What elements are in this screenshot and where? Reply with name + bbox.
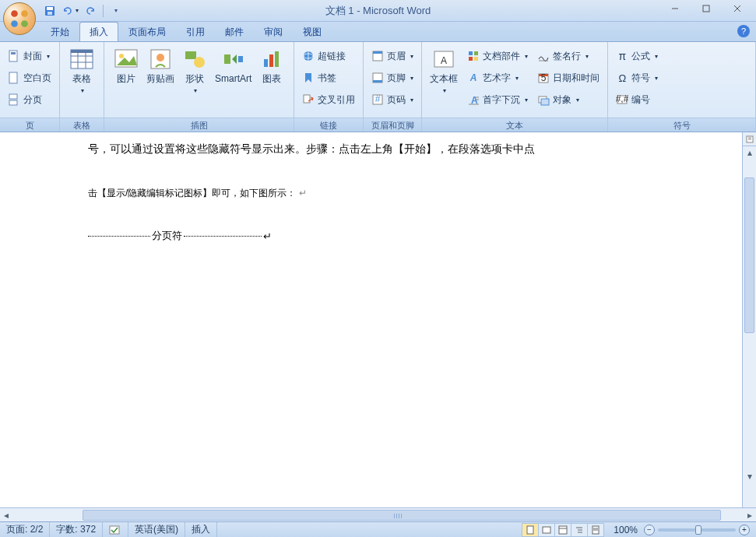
zoom-out[interactable]: − — [644, 525, 655, 535]
svg-rect-26 — [185, 51, 196, 59]
bookmark-button[interactable]: 书签 — [299, 68, 358, 87]
status-words[interactable]: 字数: 372 — [50, 522, 103, 537]
cover-page-button[interactable]: 封面▾ — [5, 47, 55, 65]
status-mode[interactable]: 插入 — [185, 522, 217, 537]
status-page[interactable]: 页面: 2/2 — [0, 522, 50, 537]
object-button[interactable]: 对象▾ — [534, 90, 603, 109]
view-web[interactable] — [554, 523, 571, 537]
cross-reference-button[interactable]: 交叉引用 — [299, 90, 358, 109]
hyperlink-icon — [302, 50, 315, 62]
close-button[interactable] — [722, 0, 753, 17]
svg-rect-14 — [9, 94, 17, 99]
tab-insert[interactable]: 插入 — [79, 22, 118, 41]
tab-review[interactable]: 审阅 — [254, 22, 293, 41]
signature-button[interactable]: 签名行▾ — [534, 47, 603, 65]
scroll-right[interactable]: ▸ — [744, 509, 756, 521]
wordart-button[interactable]: A艺术字▾ — [464, 68, 531, 87]
scroll-up[interactable]: ▴ — [743, 146, 756, 159]
page-break-button[interactable]: 分页 — [5, 90, 55, 109]
save-button[interactable] — [40, 2, 59, 19]
svg-rect-67 — [543, 527, 550, 533]
smartart-button[interactable]: SmartArt — [212, 45, 255, 86]
equation-button[interactable]: π公式▾ — [613, 47, 661, 65]
ribbon: 封面▾ 空白页 分页 页 表格▾ 表格 图片 剪贴画 形状▾ SmartArt … — [0, 42, 756, 132]
bookmark-icon — [302, 72, 315, 84]
shapes-button[interactable]: 形状▾ — [178, 45, 212, 98]
chart-button[interactable]: 图表 — [255, 45, 289, 86]
crossref-icon — [302, 93, 315, 106]
scroll-down[interactable]: ▾ — [743, 470, 756, 483]
horizontal-scrollbar[interactable]: ◂ ▸ — [0, 507, 756, 521]
header-button[interactable]: 页眉▾ — [368, 47, 417, 65]
view-fullscreen[interactable] — [538, 523, 555, 537]
view-outline[interactable] — [571, 523, 588, 537]
redo-button[interactable] — [81, 2, 100, 19]
svg-rect-45 — [469, 51, 473, 55]
zoom-handle[interactable] — [695, 525, 701, 535]
qat-customize[interactable]: ▾ — [107, 2, 125, 19]
picture-button[interactable]: 图片 — [109, 45, 143, 86]
datetime-icon: 5 — [537, 72, 550, 84]
scroll-left[interactable]: ◂ — [0, 509, 12, 521]
help-button[interactable]: ? — [737, 25, 750, 37]
header-icon — [371, 50, 384, 62]
page-number-button[interactable]: #页码▾ — [368, 90, 417, 109]
svg-rect-66 — [527, 526, 533, 534]
dropcap-button[interactable]: A首字下沉▾ — [464, 90, 531, 109]
tab-references[interactable]: 引用 — [176, 22, 215, 41]
cover-icon — [8, 50, 20, 62]
svg-rect-31 — [269, 54, 273, 67]
datetime-button[interactable]: 5日期和时间 — [534, 68, 603, 87]
undo-button[interactable]: ▾ — [61, 2, 79, 19]
group-illustrations: 图片 剪贴画 形状▾ SmartArt 图表 插图 — [104, 42, 294, 132]
textbox-button[interactable]: A文本框▾ — [427, 45, 461, 98]
zoom-in[interactable]: + — [739, 525, 750, 535]
footer-button[interactable]: 页脚▾ — [368, 68, 417, 87]
svg-point-27 — [194, 57, 205, 68]
status-language[interactable]: 英语(美国) — [128, 522, 185, 537]
group-links: 超链接 书签 交叉引用 链接 — [294, 42, 364, 132]
office-button[interactable] — [3, 2, 36, 35]
vertical-scrollbar[interactable]: ▴ ▾ — [742, 146, 756, 507]
minimize-button[interactable] — [659, 0, 691, 17]
svg-rect-29 — [238, 56, 243, 62]
quickparts-button[interactable]: 文档部件▾ — [464, 47, 531, 65]
view-print-layout[interactable] — [522, 523, 539, 537]
svg-rect-21 — [71, 50, 93, 53]
textbox-icon: A — [431, 47, 456, 72]
ruler-toggle[interactable] — [742, 132, 756, 146]
number-button[interactable]: #,#编号 — [613, 90, 661, 109]
clipart-button[interactable]: 剪贴画 — [143, 45, 178, 86]
tab-view[interactable]: 视图 — [293, 22, 332, 41]
svg-rect-40 — [373, 80, 382, 82]
symbol-button[interactable]: Ω符号▾ — [613, 68, 661, 87]
pagenum-icon: # — [371, 93, 384, 106]
blank-page-button[interactable]: 空白页 — [5, 68, 55, 87]
tab-home[interactable]: 开始 — [40, 22, 79, 41]
table-button[interactable]: 表格▾ — [65, 45, 99, 98]
chart-icon — [259, 47, 284, 72]
view-draft[interactable] — [587, 523, 604, 537]
zoom-value[interactable]: 100% — [610, 525, 641, 535]
svg-text:A: A — [441, 55, 447, 66]
svg-text:5: 5 — [541, 72, 547, 83]
hyperlink-button[interactable]: 超链接 — [299, 47, 358, 65]
group-text-label: 文本 — [422, 118, 607, 132]
picture-icon — [114, 47, 139, 72]
group-headerfooter: 页眉▾ 页脚▾ #页码▾ 页眉和页脚 — [364, 42, 422, 132]
maximize-button[interactable] — [691, 0, 722, 17]
zoom-slider[interactable] — [658, 528, 736, 532]
vscroll-thumb[interactable] — [744, 177, 754, 333]
window-controls — [659, 0, 753, 17]
pb-dots-right — [184, 236, 262, 237]
hscroll-track[interactable] — [12, 510, 744, 521]
pb-dots-left — [88, 236, 150, 237]
hscroll-thumb[interactable] — [83, 510, 721, 521]
document-area[interactable]: 号，可以通过设置将这些隐藏符号显示出来。步骤：点击左上角【开始】，在段落选项卡中… — [0, 132, 742, 507]
number-icon: #,# — [616, 93, 628, 106]
zoom-controls: 100% − + — [610, 525, 750, 535]
wordart-icon: A — [467, 72, 480, 84]
status-proofing[interactable] — [103, 522, 128, 537]
tab-mailings[interactable]: 邮件 — [215, 22, 254, 41]
tab-pagelayout[interactable]: 页面布局 — [118, 22, 176, 41]
